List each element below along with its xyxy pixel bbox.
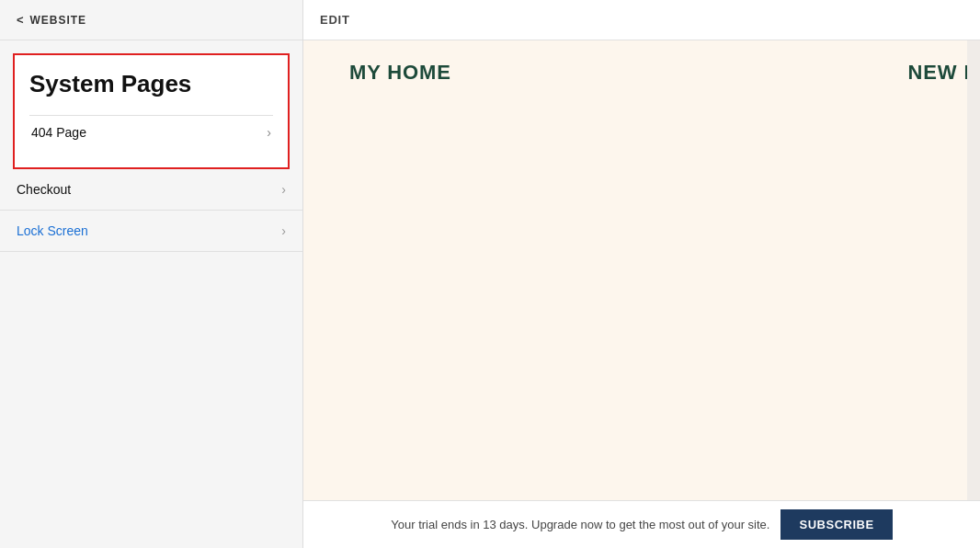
chevron-left-icon: <: [17, 13, 25, 27]
system-pages-title: System Pages: [29, 70, 273, 98]
lock-screen-chevron: ›: [281, 223, 286, 238]
sidebar-item-checkout[interactable]: Checkout ›: [0, 169, 302, 211]
system-pages-section: System Pages 404 Page ›: [13, 53, 290, 169]
scroll-indicator[interactable]: [967, 40, 980, 500]
page-item-404[interactable]: 404 Page ›: [29, 115, 273, 149]
subscribe-button[interactable]: SUBSCRIBE: [781, 509, 892, 540]
sidebar-list: Checkout › Lock Screen ›: [0, 169, 302, 252]
checkout-label: Checkout: [17, 182, 71, 197]
canvas-my-home: MY HOME: [349, 61, 451, 85]
bottom-bar: Your trial ends in 13 days. Upgrade now …: [303, 500, 980, 548]
page-item-404-chevron: ›: [267, 125, 271, 140]
back-to-website[interactable]: < WEBSITE: [0, 0, 302, 40]
sidebar: < WEBSITE System Pages 404 Page › Checko…: [0, 0, 303, 548]
sidebar-item-lock-screen[interactable]: Lock Screen ›: [0, 211, 302, 252]
trial-text: Your trial ends in 13 days. Upgrade now …: [391, 518, 769, 531]
edit-label: EDIT: [320, 13, 350, 27]
canvas-area: MY HOME NEW P: [303, 40, 980, 500]
back-label: WEBSITE: [30, 14, 86, 27]
checkout-chevron: ›: [281, 182, 286, 197]
page-item-404-label: 404 Page: [31, 125, 86, 140]
edit-bar: EDIT: [303, 0, 980, 40]
lock-screen-label: Lock Screen: [17, 223, 88, 238]
main-content: EDIT MY HOME NEW P Your trial ends in 13…: [303, 0, 980, 548]
